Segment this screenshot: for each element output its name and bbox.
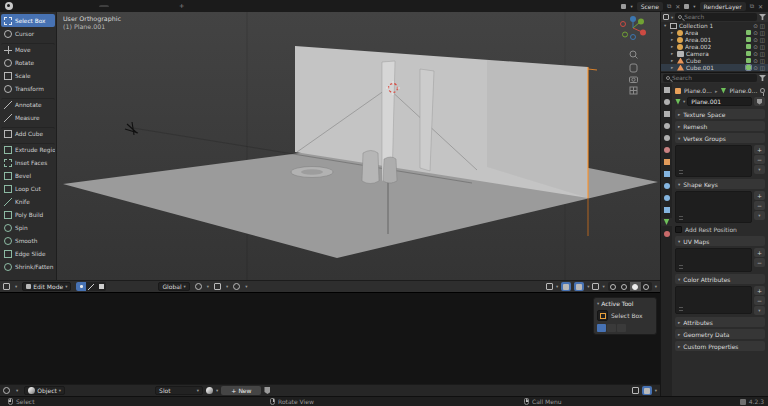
shader-type-dropdown[interactable]: Object ▾ — [24, 386, 65, 395]
hide-eye-icon[interactable]: ⊙ — [753, 51, 758, 57]
add-workspace-button[interactable]: + — [176, 1, 187, 11]
properties-tab[interactable] — [661, 158, 672, 166]
properties-search-input[interactable]: Search — [663, 74, 757, 82]
tool-item[interactable]: Shrink/Fatten — [1, 260, 55, 273]
tool-item[interactable]: Transform — [1, 82, 55, 95]
outliner-search-input[interactable]: Search — [675, 13, 757, 21]
browse-data-icon[interactable]: ▾ — [683, 99, 685, 104]
add-shape-key-button[interactable]: + — [754, 191, 765, 200]
orientation-dropdown[interactable]: Global▾ — [158, 282, 189, 291]
xray-toggle-icon[interactable] — [574, 282, 584, 291]
unlink-scene-icon[interactable]: ✕ — [675, 3, 680, 10]
color-attributes-listbox[interactable] — [675, 286, 752, 314]
gizmo-toggle-icon[interactable] — [546, 283, 553, 290]
outliner-row[interactable]: Cube ⊙ ◫ — [661, 57, 768, 64]
properties-tab[interactable] — [661, 206, 672, 214]
tool-item[interactable]: Measure — [1, 111, 55, 124]
workspace-tab[interactable] — [135, 5, 145, 7]
render-visibility-icon[interactable]: ◫ — [760, 23, 765, 29]
rendered-shading-button[interactable] — [641, 282, 652, 291]
uv-maps-listbox[interactable] — [675, 248, 752, 272]
properties-tab[interactable] — [661, 194, 672, 202]
panel-shape-keys[interactable]: ▾Shape Keys — [675, 179, 765, 189]
properties-tab[interactable] — [661, 146, 672, 154]
outliner-row[interactable]: Area.002 ⊙ ◫ — [661, 43, 768, 50]
tool-item[interactable]: Rotate — [1, 56, 55, 69]
overlays-toggle-icon[interactable] — [561, 282, 571, 291]
panel-remesh[interactable]: ▸Remesh — [675, 121, 765, 131]
editor-type-icon[interactable] — [3, 283, 10, 290]
hide-eye-icon[interactable]: ⊙ — [753, 65, 758, 71]
tool-item[interactable]: Poly Build — [1, 208, 55, 221]
chevron-down-icon[interactable]: ▾ — [630, 4, 632, 9]
chevron-down-icon[interactable]: ▾ — [15, 284, 17, 289]
properties-tab[interactable] — [661, 230, 672, 238]
select-box-tool-icon[interactable] — [597, 310, 608, 321]
workspace-tab[interactable] — [63, 5, 73, 7]
vertex-groups-listbox[interactable] — [675, 145, 752, 177]
snap-toggle-icon[interactable] — [632, 387, 639, 394]
panel-texture-space[interactable]: ▸Texture Space — [675, 109, 765, 119]
properties-tab[interactable] — [661, 218, 672, 226]
expand-icon[interactable] — [671, 51, 675, 56]
hide-eye-icon[interactable]: ⊙ — [753, 23, 758, 29]
outliner-row[interactable]: Cube.001 ⊙ ◫ — [661, 64, 768, 71]
expand-icon[interactable] — [671, 44, 675, 49]
panel-color-attributes[interactable]: ▾Color Attributes — [675, 274, 765, 284]
overlays-toggle-icon[interactable] — [642, 386, 652, 395]
tool-item[interactable]: Annotate — [1, 98, 55, 111]
outliner-row[interactable]: Area.001 ⊙ ◫ — [661, 36, 768, 43]
tool-item[interactable]: Loop Cut — [1, 182, 55, 195]
remove-uv-map-button[interactable]: − — [754, 258, 765, 267]
new-material-button[interactable]: +New — [221, 386, 261, 395]
tool-item[interactable]: Extrude Region — [1, 143, 55, 156]
workspace-tab[interactable] — [123, 5, 133, 7]
panel-geometry-data[interactable]: ▸Geometry Data — [675, 329, 765, 339]
properties-tab[interactable] — [661, 122, 672, 130]
outliner-row[interactable]: Collection 1 ⊙ ◫ — [661, 22, 768, 29]
new-scene-icon[interactable]: ⧉ — [667, 2, 671, 10]
snap-magnet-icon[interactable] — [214, 283, 221, 290]
collapse-icon[interactable]: ▾ — [597, 301, 599, 306]
vertex-group-specials-button[interactable]: ▾ — [754, 165, 765, 174]
slot-dropdown[interactable]: Slot▾ — [155, 386, 203, 395]
tool-item[interactable]: Edge Slide — [1, 247, 55, 260]
expand-icon[interactable] — [671, 37, 675, 42]
workspace-tab[interactable] — [75, 5, 85, 7]
fake-user-shield-icon[interactable] — [264, 387, 270, 394]
render-visibility-icon[interactable]: ◫ — [760, 37, 765, 43]
hide-eye-icon[interactable]: ⊙ — [753, 58, 758, 64]
mode-dropdown[interactable]: Edit Mode ▾ — [22, 282, 71, 291]
workspace-tab[interactable] — [111, 5, 121, 7]
remove-vertex-group-button[interactable]: − — [754, 155, 765, 164]
browse-material-icon[interactable]: ▾ — [216, 388, 218, 393]
expand-icon[interactable] — [671, 58, 675, 63]
chevron-down-icon[interactable]: ▾ — [655, 388, 657, 393]
workspace-tab[interactable] — [87, 5, 97, 7]
shape-keys-listbox[interactable] — [675, 191, 752, 223]
filter-icon[interactable] — [759, 14, 766, 20]
remove-color-attribute-button[interactable]: − — [754, 296, 765, 305]
chevron-down-icon[interactable]: ▾ — [16, 388, 18, 393]
expand-icon[interactable] — [671, 65, 675, 70]
fake-user-button[interactable] — [754, 97, 765, 106]
hide-eye-icon[interactable]: ⊙ — [753, 44, 758, 50]
wireframe-shading-button[interactable] — [608, 282, 619, 291]
display-mode-icon[interactable] — [663, 14, 669, 20]
panel-attributes[interactable]: ▸Attributes — [675, 317, 765, 327]
outliner-row[interactable]: Camera ⊙ ◫ — [661, 50, 768, 57]
tool-item[interactable]: Cursor — [1, 27, 55, 40]
panel-custom-properties[interactable]: ▸Custom Properties — [675, 341, 765, 351]
remove-shape-key-button[interactable]: − — [754, 201, 765, 210]
workspace-tab[interactable] — [147, 5, 157, 7]
panel-uv-maps[interactable]: ▾UV Maps — [675, 236, 765, 246]
filter-icon[interactable] — [759, 75, 766, 81]
panel-vertex-groups[interactable]: ▾Vertex Groups — [675, 133, 765, 143]
outliner-row[interactable]: Area ⊙ ◫ — [661, 29, 768, 36]
chevron-down-icon[interactable]: ▾ — [693, 4, 695, 9]
breadcrumb-data[interactable]: Plane.0... — [729, 87, 757, 94]
chevron-down-icon[interactable]: ▾ — [671, 15, 673, 20]
edge-select-button[interactable] — [86, 282, 96, 291]
shape-key-specials-button[interactable]: ▾ — [754, 211, 765, 220]
add-uv-map-button[interactable]: + — [754, 248, 765, 257]
